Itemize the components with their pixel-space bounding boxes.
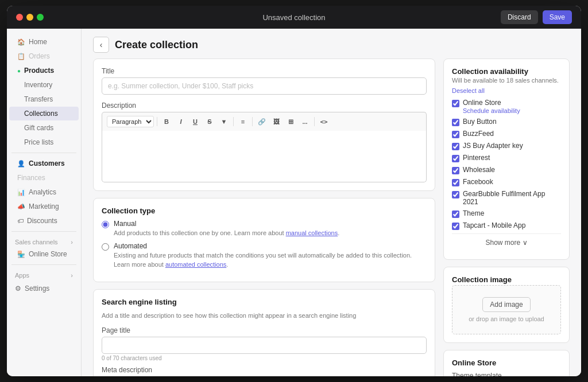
sidebar-item-transfers[interactable]: Transfers [9,92,79,106]
manual-radio[interactable] [102,221,109,228]
image-card: Collection image Add image or drop an im… [443,267,570,343]
seo-title: Search engine listing [102,298,427,306]
toolbar-divider-3 [252,117,253,126]
theme-template-label: Theme template [452,372,561,376]
channel-facebook-checkbox[interactable] [452,179,459,186]
channel-pinterest-checkbox[interactable] [452,155,459,162]
code-button[interactable]: <> [318,115,330,128]
bold-button[interactable]: B [160,115,173,128]
sidebar-item-price-lists[interactable]: Price lists [9,135,79,149]
apps-section: Apps › [7,268,81,280]
seo-card: Search engine listing Add a title and de… [93,289,435,376]
channel-buy-button: Buy Button [452,118,561,126]
toolbar-divider-1 [157,117,157,126]
channel-buzzfeed: BuzzFeed [452,130,561,138]
sidebar-item-analytics[interactable]: 📊 Analytics [9,185,79,199]
image-button[interactable]: 🖼 [270,115,283,128]
availability-subtitle: Will be available to 18 sales channels. [452,77,561,84]
sidebar-item-products[interactable]: ● Products [9,64,79,77]
discard-button[interactable]: Discard [501,10,538,24]
channel-online-store: Online Store Schedule availability [452,99,561,114]
orders-icon: 📋 [17,53,25,60]
table-button[interactable]: ⊞ [284,115,297,128]
upload-hint: or drop an image to upload [464,315,549,322]
channel-buy-button-checkbox[interactable] [452,119,459,126]
align-text-button[interactable]: ≡ [237,115,249,128]
apps-expand-icon[interactable]: › [71,272,73,279]
toolbar-divider-2 [233,117,234,126]
channel-online-store-checkbox[interactable] [452,100,459,107]
channel-js-buy-checkbox[interactable] [452,143,459,150]
sales-channels-section: Sales channels › [7,235,81,247]
sidebar-item-inventory[interactable]: Inventory [9,78,79,92]
strikethrough-button[interactable]: S [203,115,216,128]
channel-buzzfeed-checkbox[interactable] [452,131,459,138]
maximize-dot[interactable] [37,14,44,21]
customers-icon: 👤 [17,160,25,167]
add-image-button[interactable]: Add image [482,297,530,312]
title-input[interactable] [102,77,427,95]
sidebar-item-settings[interactable]: ⚙ Settings [7,280,81,297]
close-dot[interactable] [16,14,23,21]
sidebar-item-gift-cards[interactable]: Gift cards [9,121,79,135]
channel-gearbubble-checkbox[interactable] [452,191,459,198]
paragraph-select[interactable]: Paragraph [107,116,154,127]
channel-pinterest: Pinterest [452,154,561,162]
channel-facebook: Facebook [452,178,561,186]
channel-tapcart: Tapcart - Mobile App [452,221,561,230]
underline-button[interactable]: U [189,115,202,128]
automated-collections-link[interactable]: automated collections [165,261,226,268]
description-editor[interactable] [102,131,427,182]
sidebar-item-marketing[interactable]: 📣 Marketing [9,200,79,213]
sidebar-item-home[interactable]: 🏠 Home [9,35,79,49]
show-more-button[interactable]: Show more ∨ [452,233,561,251]
sidebar-item-online-store[interactable]: 🏪 Online Store [9,247,79,261]
channel-wholesale-checkbox[interactable] [452,167,459,174]
sidebar-item-orders[interactable]: 📋 Orders [9,49,79,63]
theme-card: Online Store Theme template Default coll… [443,350,570,376]
manual-desc: Add products to this collection one by o… [114,229,339,237]
analytics-icon: 📊 [17,189,25,196]
channel-tapcart-checkbox[interactable] [452,223,459,230]
manual-option: Manual Add products to this collection o… [102,220,427,237]
online-store-icon: 🏪 [17,251,25,258]
deselect-all-link[interactable]: Deselect all [452,87,561,94]
page-header: ‹ Create collection [82,29,581,59]
sidebar-item-finances[interactable]: Finances [9,171,79,185]
window-controls [16,14,44,21]
settings-icon: ⚙ [15,284,21,293]
save-button[interactable]: Save [543,10,572,24]
sidebar-item-customers[interactable]: 👤 Customers [9,157,79,170]
automated-label: Automated [114,242,427,250]
automated-option: Automated Existing and future products t… [102,242,427,269]
channel-wholesale: Wholesale [452,166,561,174]
online-store-title: Online Store [452,358,561,367]
minimize-dot[interactable] [26,14,33,21]
channel-theme-checkbox[interactable] [452,211,459,218]
manual-label: Manual [114,220,339,228]
titlebar-actions: Discard Save [501,10,572,24]
sales-channels-expand-icon[interactable]: › [71,239,73,245]
sidebar-item-collections[interactable]: Collections [9,107,79,120]
automated-radio[interactable] [102,243,109,251]
manual-collections-link[interactable]: manual collections [286,229,338,236]
more-button[interactable]: ... [299,115,311,128]
back-button[interactable]: ‹ [93,37,109,53]
link-button[interactable]: 🔗 [256,115,268,128]
schedule-availability-link[interactable]: Schedule availability [463,107,520,114]
automated-desc: Existing and future products that match … [114,251,427,269]
right-sidebar: Collection availability Will be availabl… [443,59,570,376]
seo-subtitle: Add a title and description to see how t… [102,311,427,321]
meta-desc-label: Meta description [102,366,427,374]
marketing-icon: 📣 [17,203,25,211]
italic-button[interactable]: I [175,115,187,128]
sidebar-divider-2 [11,231,76,232]
page-title-input[interactable] [102,337,427,354]
page-title: Create collection [115,39,198,51]
image-upload-area[interactable]: Add image or drop an image to upload [452,285,561,334]
align-button[interactable]: ▼ [218,115,230,128]
image-title: Collection image [452,275,561,284]
sidebar-item-discounts[interactable]: 🏷 Discounts [9,214,79,228]
back-icon: ‹ [100,40,103,49]
chevron-down-icon: ∨ [523,239,528,247]
